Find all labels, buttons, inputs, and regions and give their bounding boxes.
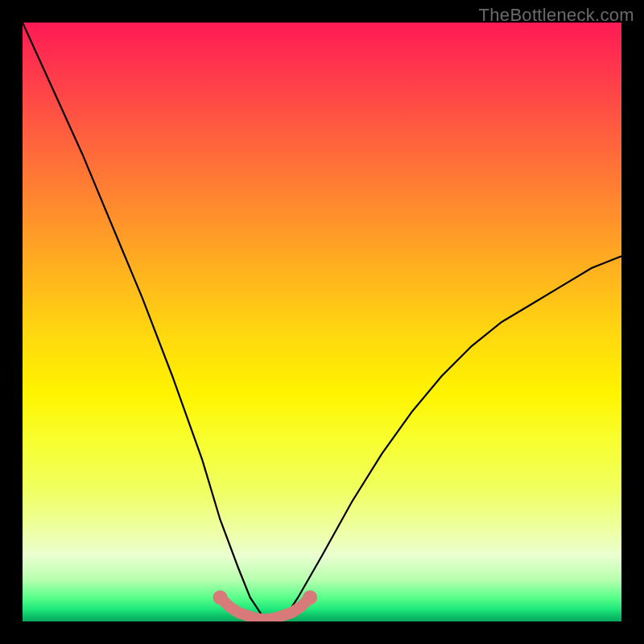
floor-marker-dot	[213, 590, 228, 605]
bottleneck-curve-path	[23, 23, 621, 621]
bottleneck-chart	[23, 23, 621, 621]
floor-marker-dot	[303, 590, 317, 605]
curve-layer	[23, 23, 621, 621]
watermark-text: TheBottleneck.com	[479, 5, 634, 26]
floor-markers-layer	[213, 590, 318, 620]
outer-frame: TheBottleneck.com	[0, 0, 644, 644]
